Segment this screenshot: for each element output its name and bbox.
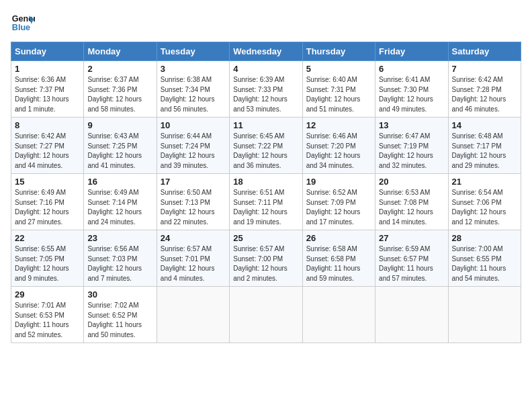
- day-info: Sunrise: 6:49 AM Sunset: 7:16 PM Dayligh…: [15, 188, 80, 227]
- day-number: 20: [379, 177, 444, 187]
- calendar-cell: 9 Sunrise: 6:43 AM Sunset: 7:25 PM Dayli…: [84, 118, 157, 174]
- day-number: 30: [87, 289, 152, 300]
- day-number: 17: [161, 177, 226, 187]
- day-number: 6: [379, 64, 444, 74]
- calendar-header-row: SundayMondayTuesdayWednesdayThursdayFrid…: [11, 42, 521, 61]
- day-number: 3: [161, 64, 226, 74]
- calendar-cell: 24 Sunrise: 6:57 AM Sunset: 7:01 PM Dayl…: [157, 230, 229, 287]
- day-number: 10: [161, 120, 226, 130]
- day-info: Sunrise: 6:59 AM Sunset: 6:57 PM Dayligh…: [379, 244, 444, 283]
- calendar-header-sunday: Sunday: [11, 42, 84, 61]
- calendar-header-monday: Monday: [84, 42, 157, 61]
- day-number: 9: [87, 120, 152, 130]
- calendar-cell: 29 Sunrise: 7:01 AM Sunset: 6:53 PM Dayl…: [11, 287, 84, 343]
- day-number: 21: [452, 177, 517, 187]
- day-info: Sunrise: 6:37 AM Sunset: 7:36 PM Dayligh…: [87, 75, 152, 114]
- day-number: 13: [379, 120, 444, 130]
- calendar-cell: 16 Sunrise: 6:49 AM Sunset: 7:14 PM Dayl…: [84, 174, 157, 230]
- day-info: Sunrise: 6:57 AM Sunset: 7:01 PM Dayligh…: [161, 244, 226, 283]
- day-number: 26: [306, 233, 371, 243]
- calendar-header-wednesday: Wednesday: [230, 42, 302, 61]
- day-info: Sunrise: 6:47 AM Sunset: 7:19 PM Dayligh…: [379, 132, 444, 171]
- calendar-week-row: 22 Sunrise: 6:55 AM Sunset: 7:05 PM Dayl…: [11, 230, 521, 287]
- calendar-cell: 22 Sunrise: 6:55 AM Sunset: 7:05 PM Dayl…: [11, 230, 84, 287]
- calendar-week-row: 15 Sunrise: 6:49 AM Sunset: 7:16 PM Dayl…: [11, 174, 521, 230]
- calendar-cell: 11 Sunrise: 6:45 AM Sunset: 7:22 PM Dayl…: [230, 118, 302, 174]
- day-number: 22: [15, 233, 80, 243]
- calendar-cell: 13 Sunrise: 6:47 AM Sunset: 7:19 PM Dayl…: [375, 118, 448, 174]
- calendar-cell: [157, 287, 229, 343]
- day-info: Sunrise: 6:56 AM Sunset: 7:03 PM Dayligh…: [87, 244, 152, 283]
- day-number: 5: [306, 64, 371, 74]
- calendar-cell: 7 Sunrise: 6:42 AM Sunset: 7:28 PM Dayli…: [448, 61, 521, 118]
- day-info: Sunrise: 7:01 AM Sunset: 6:53 PM Dayligh…: [15, 301, 80, 340]
- day-info: Sunrise: 6:41 AM Sunset: 7:30 PM Dayligh…: [379, 75, 444, 114]
- calendar-cell: 20 Sunrise: 6:53 AM Sunset: 7:08 PM Dayl…: [375, 174, 448, 230]
- day-info: Sunrise: 6:50 AM Sunset: 7:13 PM Dayligh…: [161, 188, 226, 227]
- calendar-header-friday: Friday: [375, 42, 448, 61]
- day-info: Sunrise: 7:00 AM Sunset: 6:55 PM Dayligh…: [452, 244, 517, 283]
- calendar-cell: 17 Sunrise: 6:50 AM Sunset: 7:13 PM Dayl…: [157, 174, 229, 230]
- day-info: Sunrise: 6:42 AM Sunset: 7:28 PM Dayligh…: [452, 75, 517, 114]
- calendar-cell: 15 Sunrise: 6:49 AM Sunset: 7:16 PM Dayl…: [11, 174, 84, 230]
- day-number: 25: [233, 233, 298, 243]
- day-number: 11: [233, 120, 298, 130]
- day-info: Sunrise: 6:44 AM Sunset: 7:24 PM Dayligh…: [161, 132, 226, 171]
- day-info: Sunrise: 6:53 AM Sunset: 7:08 PM Dayligh…: [379, 188, 444, 227]
- logo-icon: General Blue: [11, 11, 35, 35]
- calendar-cell: [230, 287, 302, 343]
- day-number: 15: [15, 177, 80, 187]
- calendar-week-row: 8 Sunrise: 6:42 AM Sunset: 7:27 PM Dayli…: [11, 118, 521, 174]
- calendar-cell: 6 Sunrise: 6:41 AM Sunset: 7:30 PM Dayli…: [375, 61, 448, 118]
- calendar-cell: 28 Sunrise: 7:00 AM Sunset: 6:55 PM Dayl…: [448, 230, 521, 287]
- calendar-cell: 5 Sunrise: 6:40 AM Sunset: 7:31 PM Dayli…: [302, 61, 375, 118]
- day-info: Sunrise: 6:42 AM Sunset: 7:27 PM Dayligh…: [15, 132, 80, 171]
- day-number: 29: [15, 289, 80, 300]
- calendar-cell: 10 Sunrise: 6:44 AM Sunset: 7:24 PM Dayl…: [157, 118, 229, 174]
- day-info: Sunrise: 6:43 AM Sunset: 7:25 PM Dayligh…: [87, 132, 152, 171]
- day-info: Sunrise: 6:39 AM Sunset: 7:33 PM Dayligh…: [233, 75, 298, 114]
- calendar-cell: 21 Sunrise: 6:54 AM Sunset: 7:06 PM Dayl…: [448, 174, 521, 230]
- day-number: 24: [161, 233, 226, 243]
- svg-text:Blue: Blue: [12, 23, 30, 32]
- day-info: Sunrise: 6:38 AM Sunset: 7:34 PM Dayligh…: [161, 75, 226, 114]
- day-info: Sunrise: 6:46 AM Sunset: 7:20 PM Dayligh…: [306, 132, 371, 171]
- day-info: Sunrise: 6:36 AM Sunset: 7:37 PM Dayligh…: [15, 75, 80, 114]
- calendar-cell: 18 Sunrise: 6:51 AM Sunset: 7:11 PM Dayl…: [230, 174, 302, 230]
- day-number: 7: [452, 64, 517, 74]
- day-number: 1: [15, 64, 80, 74]
- day-number: 27: [379, 233, 444, 243]
- day-info: Sunrise: 6:45 AM Sunset: 7:22 PM Dayligh…: [233, 132, 298, 171]
- calendar-cell: 30 Sunrise: 7:02 AM Sunset: 6:52 PM Dayl…: [84, 287, 157, 343]
- day-info: Sunrise: 6:40 AM Sunset: 7:31 PM Dayligh…: [306, 75, 371, 114]
- page-header: General Blue: [11, 11, 521, 35]
- day-info: Sunrise: 6:52 AM Sunset: 7:09 PM Dayligh…: [306, 188, 371, 227]
- calendar-cell: 19 Sunrise: 6:52 AM Sunset: 7:09 PM Dayl…: [302, 174, 375, 230]
- day-number: 28: [452, 233, 517, 243]
- calendar-cell: 1 Sunrise: 6:36 AM Sunset: 7:37 PM Dayli…: [11, 61, 84, 118]
- calendar-cell: 3 Sunrise: 6:38 AM Sunset: 7:34 PM Dayli…: [157, 61, 229, 118]
- day-number: 18: [233, 177, 298, 187]
- calendar-cell: 4 Sunrise: 6:39 AM Sunset: 7:33 PM Dayli…: [230, 61, 302, 118]
- day-info: Sunrise: 6:57 AM Sunset: 7:00 PM Dayligh…: [233, 244, 298, 283]
- calendar-week-row: 1 Sunrise: 6:36 AM Sunset: 7:37 PM Dayli…: [11, 61, 521, 118]
- day-number: 2: [87, 64, 152, 74]
- day-number: 12: [306, 120, 371, 130]
- day-number: 4: [233, 64, 298, 74]
- calendar-cell: [375, 287, 448, 343]
- calendar-header-tuesday: Tuesday: [157, 42, 229, 61]
- calendar-cell: [302, 287, 375, 343]
- day-info: Sunrise: 6:49 AM Sunset: 7:14 PM Dayligh…: [87, 188, 152, 227]
- calendar-header-thursday: Thursday: [302, 42, 375, 61]
- calendar-header-saturday: Saturday: [448, 42, 521, 61]
- calendar-cell: 2 Sunrise: 6:37 AM Sunset: 7:36 PM Dayli…: [84, 61, 157, 118]
- day-info: Sunrise: 6:51 AM Sunset: 7:11 PM Dayligh…: [233, 188, 298, 227]
- calendar-table: SundayMondayTuesdayWednesdayThursdayFrid…: [11, 42, 521, 343]
- calendar-cell: 25 Sunrise: 6:57 AM Sunset: 7:00 PM Dayl…: [230, 230, 302, 287]
- calendar-cell: 8 Sunrise: 6:42 AM Sunset: 7:27 PM Dayli…: [11, 118, 84, 174]
- day-info: Sunrise: 6:54 AM Sunset: 7:06 PM Dayligh…: [452, 188, 517, 227]
- logo: General Blue: [11, 11, 35, 35]
- day-info: Sunrise: 7:02 AM Sunset: 6:52 PM Dayligh…: [87, 301, 152, 340]
- day-number: 14: [452, 120, 517, 130]
- day-info: Sunrise: 6:48 AM Sunset: 7:17 PM Dayligh…: [452, 132, 517, 171]
